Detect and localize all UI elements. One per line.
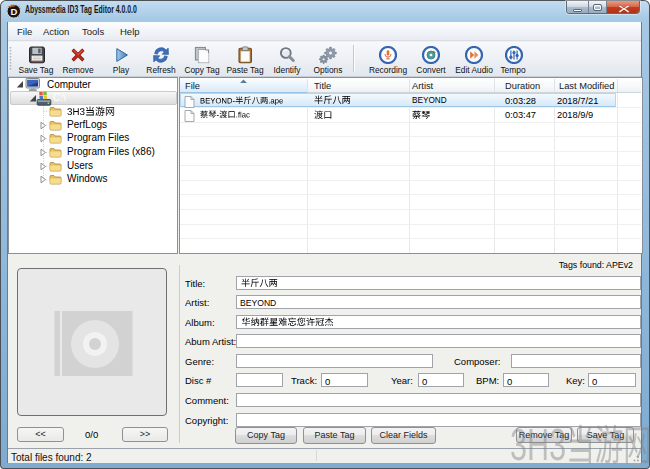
svg-text:D: D: [11, 6, 18, 17]
